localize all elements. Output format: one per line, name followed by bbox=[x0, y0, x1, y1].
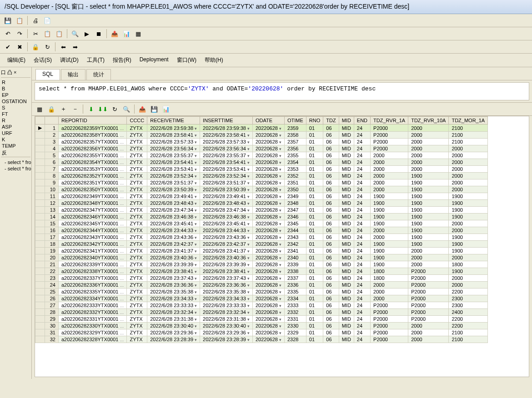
cell[interactable]: 1900 bbox=[449, 268, 488, 275]
cell[interactable]: a202206282337YTX0001 … bbox=[59, 275, 127, 282]
cell[interactable]: 01 bbox=[306, 282, 323, 289]
cell[interactable]: 2343 bbox=[284, 234, 306, 241]
cell[interactable]: 2022/6/28 23:49:41 ▾ bbox=[147, 193, 200, 200]
history-item[interactable]: - select * from bbox=[4, 165, 28, 172]
cell[interactable]: 01 bbox=[306, 152, 323, 159]
cell[interactable]: 2022/6/28 23:34:33 ▾ bbox=[200, 295, 253, 302]
cell[interactable]: ZYTX bbox=[127, 241, 147, 248]
table-row[interactable]: ▶1a202206282359YTX0001 …ZYTX2022/6/28 23… bbox=[35, 124, 488, 132]
cell[interactable]: 1900 bbox=[371, 200, 408, 207]
cell[interactable]: 2339 bbox=[284, 261, 306, 268]
lock-icon[interactable]: 🔒 bbox=[30, 42, 40, 52]
cell[interactable]: 2000 bbox=[449, 159, 488, 166]
cell[interactable]: 2022/6/28 23:42:37 ▾ bbox=[147, 241, 200, 248]
cell[interactable]: a202206282351YTX0001 … bbox=[59, 179, 127, 186]
cell[interactable]: MID bbox=[339, 139, 354, 145]
cell[interactable]: ZYTX bbox=[127, 295, 147, 302]
cell[interactable]: P2000 bbox=[408, 289, 449, 295]
tree-item[interactable]: FT bbox=[1, 111, 30, 117]
cell[interactable]: MID bbox=[339, 214, 354, 220]
column-header[interactable]: TDZ_RVR_10A bbox=[408, 117, 449, 124]
cell[interactable]: 2200 bbox=[449, 289, 488, 295]
cell[interactable]: 01 bbox=[306, 268, 323, 275]
cell[interactable]: 2022/6/28 23:58:41 ▾ bbox=[147, 132, 200, 139]
tree-item[interactable]: TEMP bbox=[1, 143, 30, 149]
cell[interactable]: a202206282328YTX0001 … bbox=[59, 336, 127, 343]
cell[interactable]: 06 bbox=[323, 179, 339, 186]
cell[interactable]: 2358 bbox=[284, 132, 306, 139]
cell[interactable]: ZYTX bbox=[127, 268, 147, 275]
cell[interactable]: 2022/6/28 23:47:34 ▾ bbox=[147, 207, 200, 214]
cell[interactable]: ZYTX bbox=[127, 309, 147, 316]
cell[interactable]: 2000 bbox=[449, 145, 488, 152]
cell[interactable]: ZYTX bbox=[127, 173, 147, 179]
cell[interactable]: 1900 bbox=[408, 173, 449, 179]
cell[interactable]: MID bbox=[339, 179, 354, 186]
cell[interactable]: 06 bbox=[323, 336, 339, 343]
cell[interactable]: 24 bbox=[354, 241, 370, 248]
cell[interactable]: 2338 bbox=[284, 268, 306, 275]
cell[interactable]: 1900 bbox=[371, 248, 408, 254]
cell[interactable]: 01 bbox=[306, 159, 323, 166]
menu-item[interactable]: 工具(T) bbox=[83, 55, 108, 65]
cell[interactable]: P2000 bbox=[408, 302, 449, 309]
cell[interactable]: 2000 bbox=[371, 234, 408, 241]
cell[interactable]: 24 bbox=[354, 336, 370, 343]
cell[interactable]: 2022/6/28 23:49:41 ▾ bbox=[200, 193, 253, 200]
cell[interactable]: 2000 bbox=[408, 323, 449, 329]
new-icon[interactable]: 📄 bbox=[42, 15, 52, 25]
cell[interactable]: a202206282348YTX0001 … bbox=[59, 200, 127, 207]
cell[interactable]: 01 bbox=[306, 166, 323, 173]
exec-icon[interactable]: ▶ bbox=[82, 29, 92, 39]
cell[interactable]: 2022/6/28 23:37:43 ▾ bbox=[200, 275, 253, 282]
cell[interactable]: 2328 bbox=[284, 336, 306, 343]
cell[interactable]: 2342 bbox=[284, 241, 306, 248]
cell[interactable]: 2000 bbox=[371, 227, 408, 234]
cell[interactable]: 24 bbox=[354, 166, 370, 173]
cell[interactable]: 2000 bbox=[449, 227, 488, 234]
cell[interactable]: 2022/6/28 23:56:34 ▾ bbox=[200, 145, 253, 152]
cell[interactable]: 01 bbox=[306, 220, 323, 227]
cell[interactable]: 2331 bbox=[284, 316, 306, 323]
export-icon[interactable]: 📤 bbox=[137, 104, 147, 114]
cell[interactable]: 06 bbox=[323, 316, 339, 323]
cell[interactable]: 24 bbox=[354, 295, 370, 302]
cell[interactable]: 2022/6/28 23:57:33 ▾ bbox=[147, 139, 200, 145]
cell[interactable]: 01 bbox=[306, 124, 323, 132]
cell[interactable]: MID bbox=[339, 241, 354, 248]
cell[interactable]: 2300 bbox=[449, 302, 488, 309]
cell[interactable]: 24 bbox=[354, 323, 370, 329]
cell[interactable]: 2022/6/28 23:33:33 ▾ bbox=[147, 302, 200, 309]
cell[interactable]: 2000 bbox=[408, 152, 449, 159]
cell[interactable]: 2022/6/28 23:43:36 ▾ bbox=[147, 234, 200, 241]
cell[interactable]: a202206282342YTX0001 … bbox=[59, 241, 127, 248]
cell[interactable]: 20220628 ▾ bbox=[252, 139, 284, 145]
export-icon[interactable]: 📤 bbox=[110, 29, 120, 39]
cell[interactable]: 2022/6/28 23:53:41 ▾ bbox=[147, 166, 200, 173]
cell[interactable]: 20220628 ▾ bbox=[252, 254, 284, 261]
cell[interactable]: 01 bbox=[306, 193, 323, 200]
column-header[interactable]: END bbox=[354, 117, 370, 124]
cell[interactable]: ZYTX bbox=[127, 207, 147, 214]
cell[interactable]: 2022/6/28 23:39:39 ▾ bbox=[200, 261, 253, 268]
cell[interactable]: a202206282356YTX0001 … bbox=[59, 145, 127, 152]
cell[interactable]: 2100 bbox=[449, 124, 488, 132]
cell[interactable]: 20220628 ▾ bbox=[252, 166, 284, 173]
cell[interactable]: a202206282333YTX0001 … bbox=[59, 302, 127, 309]
cell[interactable]: 2000 bbox=[408, 132, 449, 139]
cell[interactable]: 01 bbox=[306, 173, 323, 179]
cell[interactable]: 2022/6/28 23:46:38 ▾ bbox=[147, 214, 200, 220]
table-row[interactable]: 9a202206282351YTX0001 …ZYTX2022/6/28 23:… bbox=[35, 179, 488, 186]
cell[interactable]: ZYTX bbox=[127, 261, 147, 268]
cell[interactable]: 2350 bbox=[284, 186, 306, 193]
cell[interactable]: 01 bbox=[306, 214, 323, 220]
cell[interactable]: 2000 bbox=[449, 173, 488, 179]
tab[interactable]: 统计 bbox=[86, 69, 111, 80]
results-grid[interactable]: REPORTIDCCCCRECEIVETIMEINSERTTIMEODATEOT… bbox=[35, 116, 529, 377]
cell[interactable]: 1900 bbox=[371, 214, 408, 220]
cell[interactable]: 01 bbox=[306, 200, 323, 207]
table-row[interactable]: 10a202206282350YTX0001 …ZYTX2022/6/28 23… bbox=[35, 186, 488, 193]
cell[interactable]: 01 bbox=[306, 207, 323, 214]
cell[interactable]: 20220628 ▾ bbox=[252, 323, 284, 329]
cell[interactable]: P2000 bbox=[371, 323, 408, 329]
